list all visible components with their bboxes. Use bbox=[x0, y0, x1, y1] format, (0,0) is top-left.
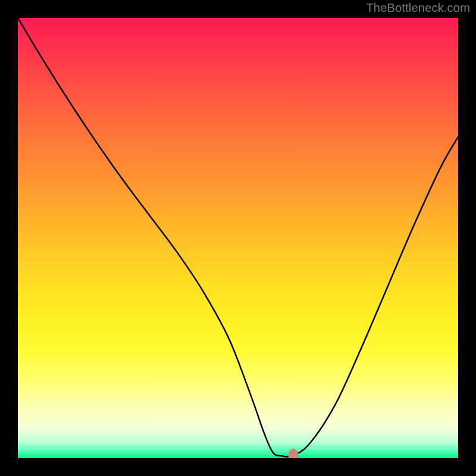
optimal-point-marker bbox=[288, 449, 298, 458]
plot-area bbox=[18, 18, 458, 458]
chart-frame: TheBottleneck.com bbox=[0, 0, 476, 476]
bottleneck-curve bbox=[18, 18, 458, 458]
watermark-text: TheBottleneck.com bbox=[366, 1, 470, 15]
